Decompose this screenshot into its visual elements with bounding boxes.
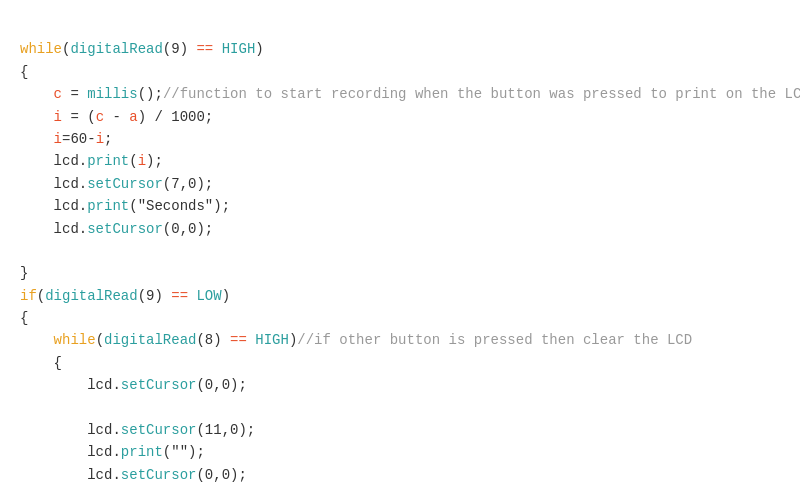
line-9: lcd.setCursor(0,0); [20,221,213,237]
line-21 [20,489,28,500]
line-1: while(digitalRead(9) == HIGH) [20,41,264,57]
line-13: { [20,310,28,326]
code-editor: while(digitalRead(9) == HIGH) { c = mill… [0,0,800,500]
line-17 [20,400,28,416]
line-4: i = (c - a) / 1000; [20,109,213,125]
line-18: lcd.setCursor(11,0); [20,422,255,438]
line-15: { [20,355,62,371]
line-10 [20,243,28,259]
line-20: lcd.setCursor(0,0); [20,467,247,483]
line-11: } [20,265,28,281]
line-19: lcd.print(""); [20,444,205,460]
line-5: i=60-i; [20,131,112,147]
line-3: c = millis();//function to start recordi… [20,86,800,102]
line-8: lcd.print("Seconds"); [20,198,230,214]
line-6: lcd.print(i); [20,153,163,169]
line-16: lcd.setCursor(0,0); [20,377,247,393]
line-2: { [20,64,28,80]
line-14: while(digitalRead(8) == HIGH)//if other … [20,332,692,348]
line-7: lcd.setCursor(7,0); [20,176,213,192]
line-12: if(digitalRead(9) == LOW) [20,288,230,304]
